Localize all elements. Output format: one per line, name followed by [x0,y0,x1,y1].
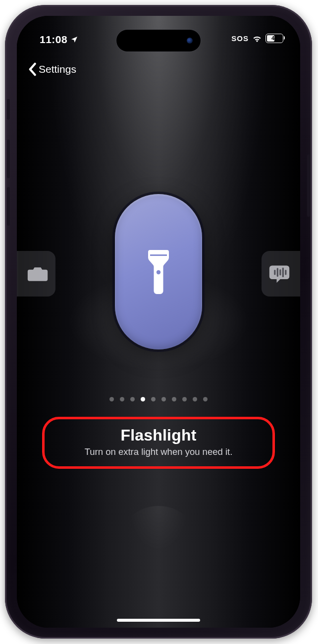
status-bar: 11:08 SOS 43 [17,31,300,50]
battery-indicator: 43 [265,34,283,43]
volume-up-button [7,140,10,178]
page-dot [161,397,166,401]
carousel-next-voice-memo[interactable] [262,251,300,297]
action-title: Flashlight [51,426,266,445]
page-dot [130,397,135,401]
battery-percent: 43 [266,34,283,43]
page-dot [109,397,114,401]
sos-indicator: SOS [231,34,249,43]
action-subtitle: Turn on extra light when you need it. [51,446,266,457]
page-dot [193,397,197,401]
action-button-flashlight[interactable] [115,194,202,349]
status-time: 11:08 [40,34,67,46]
svg-point-2 [157,270,160,274]
chevron-left-icon [28,62,37,76]
wifi-icon [252,35,262,42]
svg-rect-1 [150,254,167,256]
back-button[interactable]: Settings [28,62,76,76]
page-dot-active [141,397,145,401]
flashlight-icon [145,248,172,296]
home-indicator[interactable] [117,619,200,622]
page-indicator[interactable] [17,397,300,401]
pill-reflection [116,506,201,628]
power-button [307,154,310,217]
page-dot [151,397,156,401]
silence-switch [7,99,10,120]
back-label: Settings [39,63,76,75]
screen: 11:08 SOS 43 Settings [17,16,300,628]
phone-frame: 11:08 SOS 43 Settings [5,5,312,639]
annotation-highlight-box: Flashlight Turn on extra light when you … [42,417,275,469]
page-dot [172,397,176,401]
page-dot [182,397,187,401]
camera-icon [27,263,49,285]
voice-memo-icon [268,263,290,285]
page-dot [203,397,208,401]
page-dot [120,397,124,401]
location-arrow-icon [70,36,78,44]
carousel-prev-camera[interactable] [17,251,55,297]
volume-down-button [7,187,10,226]
